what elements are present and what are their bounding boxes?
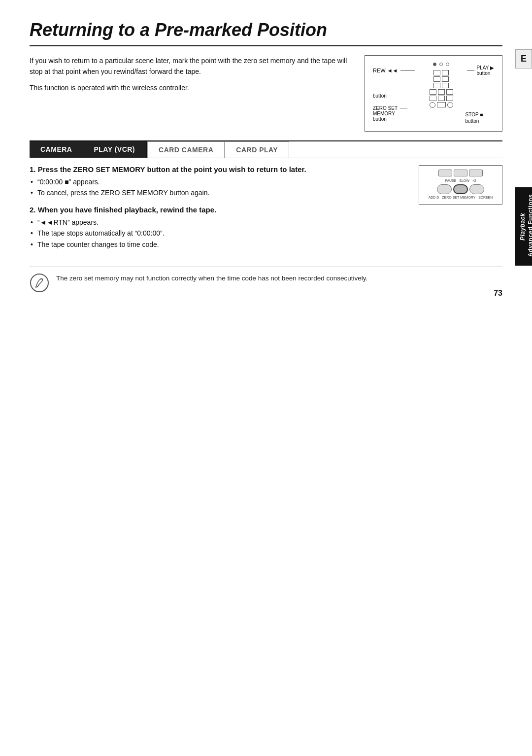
tab-card-camera[interactable]: CARD CAMERA xyxy=(147,141,225,158)
diagram-labels-left: REW ◄◄ button ZERO SET MEMORY button xyxy=(373,63,417,124)
stop-sub: button xyxy=(466,118,494,124)
rew-sub: button xyxy=(373,93,417,99)
page-number: 73 xyxy=(494,289,502,298)
memory-sub: button xyxy=(373,116,417,122)
small-btn-add xyxy=(437,184,452,194)
side-tab-label: Playback Advanced Functions xyxy=(515,187,532,266)
step-1-bullets: “0:00:00 ■” appears. To cancel, press th… xyxy=(30,176,409,199)
step-2-bullet-1: “◄◄RTN” appears. xyxy=(37,217,409,228)
small-btn-1 xyxy=(438,170,452,176)
small-btn-zeromem xyxy=(453,184,468,194)
step-2-bullets: “◄◄RTN” appears. The tape stops automati… xyxy=(30,217,409,250)
step-2-number: 2. xyxy=(30,206,36,214)
play-label: PLAY ▶ xyxy=(477,65,494,70)
note-text: The zero set memory may not function cor… xyxy=(56,273,367,284)
instructions: 1. Press the ZERO SET MEMORY button at t… xyxy=(30,165,409,257)
step-2-bullet-2: The tape stops automatically at “0:00:00… xyxy=(37,228,409,239)
zero-set-label: ZERO SET xyxy=(373,105,398,111)
e-section-tab: E xyxy=(515,49,532,69)
step-1-title: 1. Press the ZERO SET MEMORY button at t… xyxy=(30,165,409,173)
small-remote-illustration: PAUSE SLOW ×2 ADD D ZERO SET MEMORY SCRE… xyxy=(419,165,502,205)
step-2-text: When you have finished playback, rewind … xyxy=(38,206,217,214)
small-btn-screen xyxy=(469,184,484,194)
stop-label: STOP ■ xyxy=(466,111,494,118)
tab-camera[interactable]: CAMERA xyxy=(30,141,83,158)
step-1-bullet-2: To cancel, press the ZERO SET MEMORY but… xyxy=(37,187,409,198)
rew-label: REW xyxy=(373,68,386,73)
small-remote-top-labels: PAUSE SLOW ×2 xyxy=(423,179,498,182)
step-2-title: 2. When you have finished playback, rewi… xyxy=(30,206,409,214)
step-1-bullet-1: “0:00:00 ■” appears. xyxy=(37,176,409,187)
page-title: Returning to a Pre-marked Position xyxy=(30,20,502,46)
svg-point-0 xyxy=(31,274,48,292)
intro-para2: This function is operated with the wirel… xyxy=(30,82,350,93)
remote-diagram: REW ◄◄ button ZERO SET MEMORY button xyxy=(365,55,502,132)
play-sub: button xyxy=(477,70,494,76)
remote-body-illustration xyxy=(422,63,460,124)
tab-card-play[interactable]: CARD PLAY xyxy=(225,141,289,158)
side-tab-advanced: Advanced Functions xyxy=(527,194,532,257)
step-1-number: 1. xyxy=(30,165,36,173)
small-remote-bottom-labels: ADD D ZERO SET MEMORY SCREEN xyxy=(423,196,498,199)
intro-para1: If you wish to return to a particular sc… xyxy=(30,55,350,77)
memory-label: MEMORY xyxy=(373,111,417,116)
intro-text: If you wish to return to a particular sc… xyxy=(30,55,350,132)
step-1-text: Press the ZERO SET MEMORY button at the … xyxy=(38,165,306,173)
side-tab-playback: Playback xyxy=(519,212,527,240)
step-2-bullet-3: The tape counter changes to time code. xyxy=(37,239,409,250)
small-btn-2 xyxy=(454,170,467,176)
tab-play-vcr[interactable]: PLAY (VCR) xyxy=(83,141,146,158)
note-icon xyxy=(30,273,49,293)
svg-line-1 xyxy=(38,282,41,285)
note-section: The zero set memory may not function cor… xyxy=(30,267,502,293)
mode-tabs: CAMERA PLAY (VCR) CARD CAMERA CARD PLAY xyxy=(30,140,502,158)
small-btn-3 xyxy=(469,170,483,176)
step-1: 1. Press the ZERO SET MEMORY button at t… xyxy=(30,165,409,199)
step-2: 2. When you have finished playback, rewi… xyxy=(30,206,409,250)
rew-arrow: ◄◄ xyxy=(387,68,398,73)
diagram-labels-right: PLAY ▶ button STOP ■ button xyxy=(466,63,494,124)
